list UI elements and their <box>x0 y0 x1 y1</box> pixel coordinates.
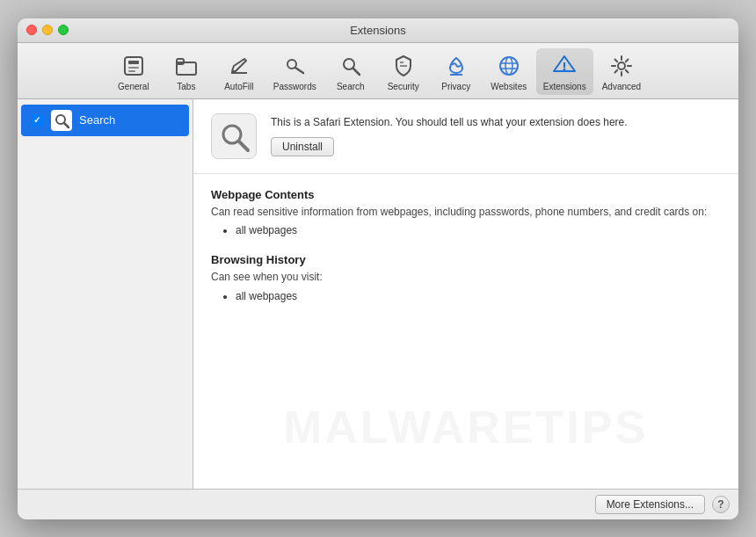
bottom-bar: More Extensions... ? <box>18 489 738 519</box>
svg-line-23 <box>64 123 69 127</box>
general-label: General <box>118 82 149 91</box>
svg-rect-1 <box>128 61 139 64</box>
search-label: Search <box>337 82 365 91</box>
sidebar: Search <box>18 99 193 489</box>
extension-large-icon <box>211 113 257 159</box>
sidebar-item-search-ext[interactable]: Search <box>21 105 189 136</box>
toolbar-item-tabs[interactable]: Tabs <box>161 48 212 95</box>
advanced-label: Advanced <box>602 82 641 91</box>
autofill-label: AutoFill <box>224 82 253 91</box>
privacy-icon <box>442 52 470 80</box>
search-icon <box>337 52 365 80</box>
window-title: Extensions <box>350 24 406 37</box>
security-label: Security <box>388 82 419 91</box>
extensions-icon <box>550 52 578 80</box>
toolbar-item-general[interactable]: General <box>108 48 159 95</box>
browsing-history-title: Browsing History <box>211 253 721 266</box>
enabled-checkbox[interactable] <box>30 113 44 127</box>
passwords-icon <box>280 52 309 80</box>
safari-preferences-window: Extensions General Tabs <box>18 18 738 519</box>
toolbar-item-passwords[interactable]: Passwords <box>266 48 323 95</box>
toolbar-item-advanced[interactable]: Advanced <box>595 48 648 95</box>
svg-line-25 <box>239 142 248 150</box>
svg-point-15 <box>505 57 512 75</box>
list-item: all webpages <box>236 288 721 305</box>
more-extensions-button[interactable]: More Extensions... <box>595 495 705 514</box>
toolbar: General Tabs AutoFill <box>18 43 738 99</box>
websites-label: Websites <box>491 82 527 91</box>
toolbar-item-security[interactable]: Security <box>378 48 429 95</box>
webpage-contents-list: all webpages <box>211 222 721 239</box>
checkbox-checked-icon <box>31 114 43 127</box>
webpage-contents-title: Webpage Contents <box>211 188 721 201</box>
browsing-history-list: all webpages <box>211 288 721 305</box>
toolbar-item-privacy[interactable]: Privacy <box>431 48 482 95</box>
svg-rect-3 <box>128 70 135 72</box>
svg-point-21 <box>618 62 625 69</box>
toolbar-item-search[interactable]: Search <box>325 48 376 95</box>
extension-description: This is a Safari Extension. You should t… <box>271 115 721 130</box>
maximize-button[interactable] <box>58 25 69 35</box>
svg-rect-2 <box>128 67 139 69</box>
svg-point-14 <box>500 57 518 75</box>
extension-name: Search <box>79 113 115 127</box>
toolbar-item-autofill[interactable]: AutoFill <box>214 48 265 95</box>
svg-line-8 <box>295 68 303 73</box>
advanced-icon <box>607 52 636 80</box>
main-content: Search MALWARETIPS This is a Safari Exte… <box>18 99 738 489</box>
extension-info: This is a Safari Extension. You should t… <box>271 115 721 156</box>
privacy-label: Privacy <box>441 82 470 91</box>
svg-point-20 <box>563 68 566 70</box>
toolbar-item-websites[interactable]: Websites <box>483 48 534 95</box>
passwords-label: Passwords <box>273 82 316 91</box>
toolbar-item-extensions[interactable]: Extensions <box>536 48 593 95</box>
detail-pane: MALWARETIPS This is a Safari Extension. … <box>193 99 738 489</box>
extension-icon <box>51 110 72 131</box>
extensions-label: Extensions <box>543 82 586 91</box>
extension-header: This is a Safari Extension. You should t… <box>193 99 738 174</box>
minimize-button[interactable] <box>42 25 53 35</box>
help-button[interactable]: ? <box>712 496 730 513</box>
security-icon <box>389 52 418 80</box>
permission-webpage-contents: Webpage Contents Can read sensitive info… <box>211 188 721 240</box>
list-item: all webpages <box>236 222 721 239</box>
permissions-section: Webpage Contents Can read sensitive info… <box>193 174 738 334</box>
websites-icon <box>495 52 523 80</box>
tabs-icon <box>172 52 200 80</box>
tabs-label: Tabs <box>177 82 195 91</box>
titlebar: Extensions <box>18 18 738 43</box>
autofill-icon <box>225 52 253 80</box>
watermark: MALWARETIPS <box>193 401 738 454</box>
webpage-contents-desc: Can read sensitive information from webp… <box>211 205 721 220</box>
close-button[interactable] <box>26 25 37 35</box>
general-icon <box>120 52 148 80</box>
permission-browsing-history: Browsing History Can see when you visit:… <box>211 253 721 305</box>
browsing-history-desc: Can see when you visit: <box>211 270 721 285</box>
svg-line-10 <box>353 69 360 75</box>
titlebar-buttons <box>26 25 69 35</box>
uninstall-button[interactable]: Uninstall <box>271 137 334 156</box>
